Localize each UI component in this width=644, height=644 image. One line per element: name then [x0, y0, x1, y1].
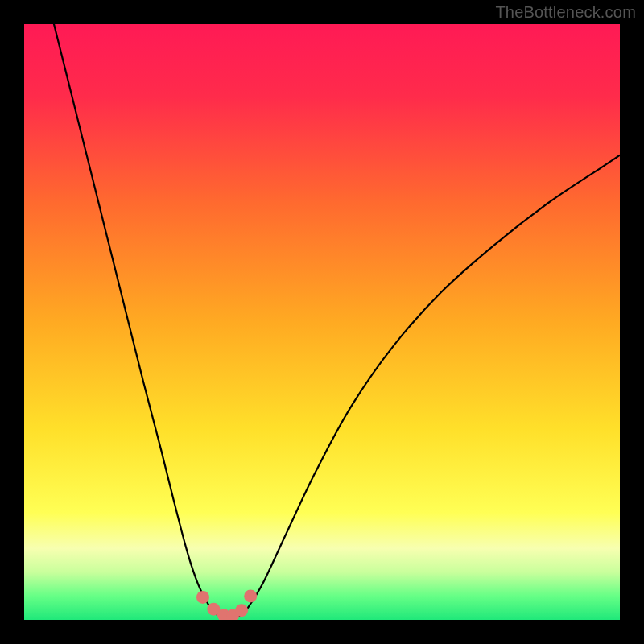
trough-marker: [235, 604, 248, 617]
trough-marker: [196, 591, 209, 604]
plot-area: [24, 24, 620, 620]
trough-marker: [244, 589, 257, 602]
trough-marker-group: [196, 589, 257, 620]
bottleneck-curve: [54, 24, 620, 618]
watermark-text: TheBottleneck.com: [495, 3, 636, 22]
curve-layer: [24, 24, 620, 620]
